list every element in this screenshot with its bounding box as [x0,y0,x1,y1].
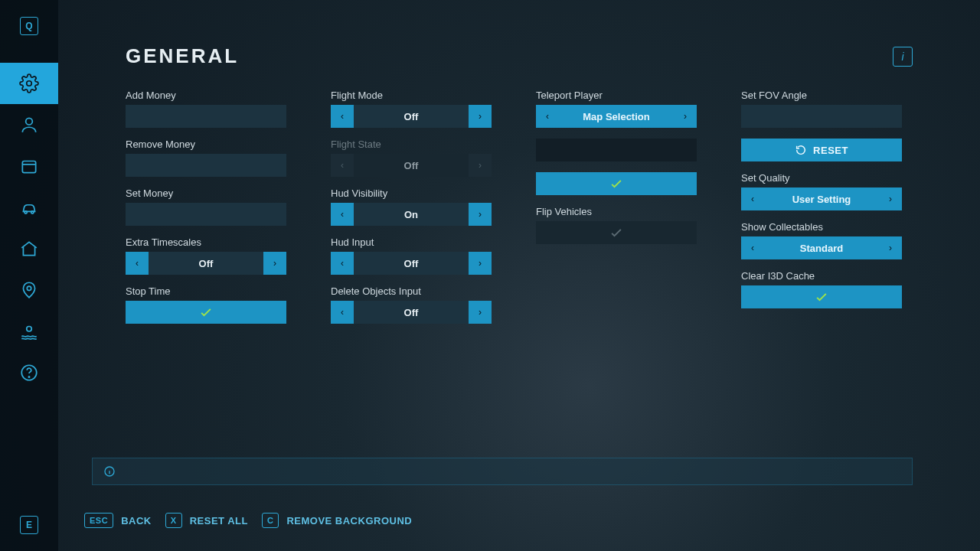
tooltip-bar [92,458,913,485]
clear-cache-label: Clear I3D Cache [741,270,902,282]
sidebar-prev-key[interactable]: Q [20,17,38,35]
teleport-player-extra [536,139,697,161]
show-collectables-value: Standard [764,236,879,259]
nav-inventory[interactable] [0,145,58,187]
set-fov-label: Set FOV Angle [741,90,902,101]
field-flight-mode: Flight Mode ‹ Off › [331,90,492,128]
field-stop-time: Stop Time [126,285,286,324]
field-teleport-player: Teleport Player ‹ Map Selection › [536,90,697,128]
check-icon [609,176,624,191]
teleport-extra-input[interactable] [536,139,697,161]
nav-buildings[interactable] [0,228,58,269]
c-key: C [262,513,279,528]
nav-map[interactable] [0,269,58,311]
chevron-right-icon[interactable]: › [469,301,492,324]
reset-fov-label: RESET [813,145,848,156]
page-title: GENERAL [126,44,239,68]
remove-background-action[interactable]: C REMOVE BACKGROUND [262,513,412,528]
teleport-player-stepper[interactable]: ‹ Map Selection › [536,105,697,128]
nav-settings[interactable] [0,63,58,104]
sidebar-next-key[interactable]: E [20,516,38,534]
flip-vehicles-button[interactable] [536,221,697,244]
chevron-left-icon[interactable]: ‹ [331,203,354,226]
chevron-left-icon[interactable]: ‹ [331,301,354,324]
stop-time-button[interactable] [126,301,286,324]
field-set-fov: Set FOV Angle [741,90,902,128]
reset-fov-button[interactable]: RESET [741,139,902,161]
chevron-left-icon[interactable]: ‹ [741,236,764,259]
chevron-right-icon[interactable]: › [879,187,902,210]
field-add-money: Add Money [126,90,286,128]
chevron-left-icon[interactable]: ‹ [331,252,354,275]
set-money-input[interactable] [126,203,286,226]
remove-money-input[interactable] [126,154,286,177]
chevron-right-icon[interactable]: › [469,252,492,275]
chevron-right-icon[interactable]: › [674,105,697,128]
flight-state-stepper: ‹ Off › [331,154,492,177]
remove-money-label: Remove Money [126,139,286,150]
nav-environment[interactable] [0,311,58,352]
clear-cache-button[interactable] [741,285,902,308]
chevron-left-icon[interactable]: ‹ [126,252,149,275]
field-set-quality: Set Quality ‹ User Setting › [741,172,902,210]
set-fov-input[interactable] [741,105,902,128]
back-action[interactable]: ESC BACK [84,513,152,528]
chevron-left-icon[interactable]: ‹ [331,105,354,128]
sidebar-nav [0,63,58,393]
nav-player[interactable] [0,104,58,145]
field-reset-fov: RESET [741,139,902,161]
sidebar: Q E [0,0,58,551]
flight-mode-stepper[interactable]: ‹ Off › [331,105,492,128]
column-3: Teleport Player ‹ Map Selection › Flip V… [536,90,697,324]
hud-visibility-value: On [354,203,469,226]
extra-timescales-value: Off [149,252,263,275]
nav-vehicles[interactable] [0,187,58,228]
reset-all-action[interactable]: X RESET ALL [165,513,248,528]
field-show-collectables: Show Collectables ‹ Standard › [741,221,902,259]
delete-objects-label: Delete Objects Input [331,285,492,297]
show-collectables-label: Show Collectables [741,221,902,233]
field-flip-vehicles: Flip Vehicles [536,206,697,244]
delete-objects-value: Off [354,301,469,324]
set-quality-value: User Setting [764,187,879,210]
teleport-confirm-button[interactable] [536,172,697,195]
field-set-money: Set Money [126,187,286,226]
nav-help[interactable] [0,352,58,393]
chevron-left-icon[interactable]: ‹ [741,187,764,210]
field-delete-objects: Delete Objects Input ‹ Off › [331,285,492,324]
add-money-input[interactable] [126,105,286,128]
teleport-confirm [536,172,697,195]
column-4: Set FOV Angle RESET Set Quality ‹ User S… [741,90,902,324]
chevron-right-icon[interactable]: › [469,105,492,128]
page-header: GENERAL i [126,44,913,68]
chevron-right-icon[interactable]: › [879,236,902,259]
chevron-right-icon: › [469,154,492,177]
info-button[interactable]: i [893,47,913,67]
chevron-right-icon[interactable]: › [263,252,286,275]
refresh-icon [795,144,807,156]
hud-input-stepper[interactable]: ‹ Off › [331,252,492,275]
check-icon [198,305,214,320]
check-icon [814,289,829,305]
back-label: BACK [121,515,152,527]
hud-visibility-label: Hud Visibility [331,187,492,199]
svg-point-6 [27,327,32,332]
delete-objects-stepper[interactable]: ‹ Off › [331,301,492,324]
column-1: Add Money Remove Money Set Money Extra T… [126,90,286,324]
show-collectables-stepper[interactable]: ‹ Standard › [741,236,902,259]
footer: ESC BACK X RESET ALL C REMOVE BACKGROUND [84,513,980,528]
weather-icon [19,321,39,341]
set-money-label: Set Money [126,187,286,199]
flight-state-label: Flight State [331,139,492,150]
svg-point-8 [28,377,29,377]
set-quality-stepper[interactable]: ‹ User Setting › [741,187,902,210]
chevron-left-icon[interactable]: ‹ [536,105,559,128]
extra-timescales-label: Extra Timescales [126,236,286,248]
remove-background-label: REMOVE BACKGROUND [286,515,412,527]
chevron-right-icon[interactable]: › [469,203,492,226]
svg-point-4 [31,211,34,214]
extra-timescales-stepper[interactable]: ‹ Off › [126,252,286,275]
hud-visibility-stepper[interactable]: ‹ On › [331,203,492,226]
field-extra-timescales: Extra Timescales ‹ Off › [126,236,286,275]
flight-state-value: Off [354,154,469,177]
